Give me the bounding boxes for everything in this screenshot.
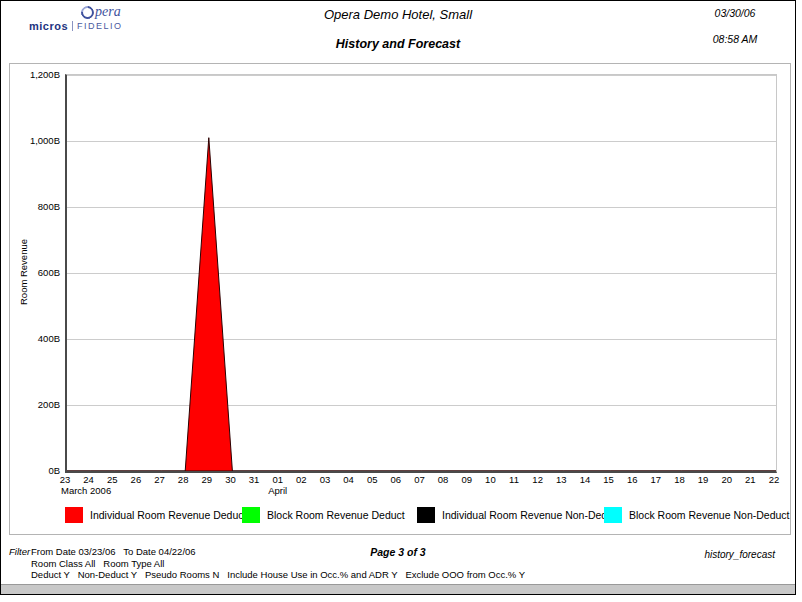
report-time: 08:58 AM: [687, 33, 783, 45]
x-tick-label: 26: [131, 474, 142, 485]
fidelio-label: FIDELIO: [77, 21, 123, 31]
filter-criteria-line: Deduct Y Non-Deduct Y Pseudo Rooms N Inc…: [31, 569, 525, 581]
revenue-area-series: [67, 138, 776, 471]
x-axis-section-label: March 2006: [61, 485, 111, 496]
x-tick-label: 30: [225, 474, 236, 485]
legend-label: Individual Room Revenue Deduct: [90, 509, 246, 521]
legend-item: Block Room Revenue Deduct: [242, 506, 405, 524]
x-tick-label: 15: [603, 474, 614, 485]
x-tick-label: 21: [745, 474, 756, 485]
x-tick-label: 20: [721, 474, 732, 485]
x-tick-label: 03: [320, 474, 331, 485]
y-tick-label: 1,000B: [10, 135, 60, 146]
y-tick-label: 0B: [10, 465, 60, 476]
legend-item: Individual Room Revenue Non-Deduct: [417, 506, 621, 524]
x-tick-label: 06: [391, 474, 402, 485]
x-tick-label: 05: [367, 474, 378, 485]
y-tick-label: 800B: [10, 201, 60, 212]
x-tick-label: 28: [178, 474, 189, 485]
x-tick-label: 11: [509, 474, 519, 485]
report-file-name: history_forecast: [704, 549, 775, 560]
hotel-title: Opera Demo Hotel, Small: [1, 7, 795, 22]
legend-item: Individual Room Revenue Deduct: [65, 506, 246, 524]
x-tick-label: 27: [154, 474, 165, 485]
x-tick-label: 10: [485, 474, 496, 485]
legend-swatch: [604, 507, 622, 523]
x-tick-label: 25: [107, 474, 118, 485]
legend-label: Block Room Revenue Non-Deduct: [629, 509, 790, 521]
plot-area: [65, 74, 777, 473]
legend-swatch: [417, 507, 435, 523]
x-axis-section-label: April: [268, 485, 287, 496]
legend-swatch: [242, 507, 260, 523]
filter-criteria-line: Room Class All Room Type All: [31, 558, 525, 570]
y-tick-label: 400B: [10, 333, 60, 344]
x-tick-label: 24: [83, 474, 94, 485]
x-tick-label: 08: [438, 474, 449, 485]
y-tick-label: 600B: [10, 267, 60, 278]
legend-item: Block Room Revenue Non-Deduct: [604, 506, 790, 524]
x-tick-label: 17: [651, 474, 662, 485]
x-tick-label: 13: [556, 474, 567, 485]
page-number: Page 3 of 3: [1, 546, 795, 558]
x-tick-label: 04: [343, 474, 354, 485]
revenue-area-chart: [67, 75, 776, 471]
report-page: pera micros FIDELIO Opera Demo Hotel, Sm…: [0, 0, 796, 595]
logo-divider: [72, 21, 73, 31]
y-tick-label: 200B: [10, 399, 60, 410]
report-title: History and Forecast: [1, 37, 795, 51]
x-tick-label: 18: [674, 474, 685, 485]
x-tick-label: 22: [769, 474, 780, 485]
x-tick-label: 19: [698, 474, 709, 485]
x-tick-label: 14: [580, 474, 591, 485]
x-tick-label: 16: [627, 474, 638, 485]
x-tick-label: 12: [532, 474, 543, 485]
x-tick-label: 02: [296, 474, 307, 485]
report-datetime: 03/30/06 08:58 AM: [687, 7, 783, 45]
report-date: 03/30/06: [687, 7, 783, 19]
x-tick-label: 23: [60, 474, 71, 485]
x-tick-label: 01: [272, 474, 283, 485]
y-tick-label: 1,200B: [10, 69, 60, 80]
horizontal-scrollbar[interactable]: [1, 584, 795, 594]
legend-label: Individual Room Revenue Non-Deduct: [442, 509, 621, 521]
legend-swatch: [65, 507, 83, 523]
legend-label: Block Room Revenue Deduct: [267, 509, 405, 521]
x-tick-label: 29: [202, 474, 213, 485]
chart-container: Room Revenue 0B200B400B600B800B1,000B1,2…: [9, 63, 791, 535]
x-tick-label: 31: [249, 474, 260, 485]
x-tick-label: 07: [414, 474, 425, 485]
x-tick-label: 09: [461, 474, 472, 485]
